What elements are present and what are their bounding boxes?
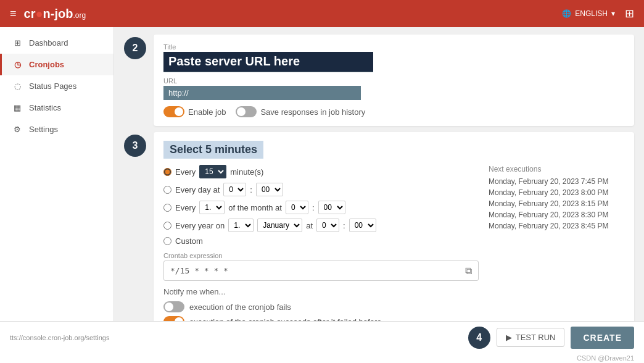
sidebar-item-label: Dashboard bbox=[29, 38, 68, 48]
globe-icon: 🌐 bbox=[562, 9, 571, 18]
step2-card: Title URL Enable job Save responses in j… bbox=[154, 35, 634, 126]
notify-toggle-0[interactable] bbox=[163, 301, 184, 312]
title-input[interactable] bbox=[163, 52, 373, 72]
every-label-2: Every bbox=[175, 203, 196, 212]
next-exec-item-4: Monday, February 20, 2023 8:45 PM bbox=[489, 222, 624, 230]
url-input[interactable] bbox=[163, 86, 361, 100]
status-pages-icon: ◌ bbox=[12, 81, 23, 91]
enable-job-label: Enable job bbox=[188, 107, 226, 117]
day-hour-select[interactable]: 0 bbox=[223, 183, 246, 196]
schedule-row-custom: Custom bbox=[163, 236, 479, 246]
save-history-toggle-label: Save responses in job history bbox=[236, 106, 365, 117]
radio-every-minutes[interactable] bbox=[163, 168, 171, 176]
sidebar-item-cronjobs[interactable]: ◷ Cronjobs bbox=[0, 54, 114, 75]
sidebar-item-status-pages[interactable]: ◌ Status Pages bbox=[0, 75, 114, 97]
every-label: Every bbox=[175, 167, 196, 177]
toggles-row: Enable job Save responses in job history bbox=[163, 106, 624, 117]
step3-card: Select 5 minutes Every 15 5 10 30 bbox=[154, 132, 634, 321]
statistics-icon: ▦ bbox=[12, 103, 23, 112]
settings-icon: ⚙ bbox=[12, 125, 23, 134]
next-exec-item-3: Monday, February 20, 2023 8:30 PM bbox=[489, 211, 624, 219]
schedule-row-year: Every year on 1. January at 0 : 00 bbox=[163, 219, 479, 232]
year-month-select[interactable]: January bbox=[257, 219, 302, 232]
test-run-button[interactable]: ▶ TEST RUN bbox=[497, 328, 565, 347]
create-label: CREATE bbox=[583, 333, 622, 343]
step4-badge: 4 bbox=[468, 327, 490, 349]
sidebar-item-settings[interactable]: ⚙ Settings bbox=[0, 119, 114, 140]
notify-label-0: execution of the cronjob fails bbox=[189, 302, 291, 312]
language-selector[interactable]: 🌐 ENGLISH ▾ bbox=[562, 9, 615, 18]
radio-every-month[interactable] bbox=[163, 204, 171, 212]
bottom-right: 4 ▶ TEST RUN CREATE bbox=[468, 327, 634, 349]
exit-icon[interactable]: ⊞ bbox=[625, 7, 634, 20]
sidebar-item-dashboard[interactable]: ⊞ Dashboard bbox=[0, 32, 114, 54]
logo: cr●n-job.org bbox=[24, 7, 86, 21]
radio-custom[interactable] bbox=[163, 237, 171, 245]
bottom-bar: tts://console.cron-job.org/settings 4 ▶ … bbox=[0, 321, 644, 353]
schedule-row-minutes: Every 15 5 10 30 minute(s) bbox=[163, 165, 479, 178]
step3-badge: 3 bbox=[124, 135, 146, 157]
next-exec-item-0: Monday, February 20, 2023 7:45 PM bbox=[489, 177, 624, 186]
main-layout: ⊞ Dashboard ◷ Cronjobs ◌ Status Pages ▦ … bbox=[0, 27, 644, 321]
notify-row-0: execution of the cronjob fails bbox=[163, 301, 624, 312]
next-executions: Next executions Monday, February 20, 202… bbox=[489, 165, 624, 281]
minutes-select[interactable]: 15 5 10 30 bbox=[199, 165, 226, 178]
minutes-label: minute(s) bbox=[230, 167, 263, 177]
sidebar-item-label: Cronjobs bbox=[29, 60, 64, 69]
schedule-content: Every 15 5 10 30 minute(s) bbox=[163, 165, 624, 281]
month-day-select[interactable]: 1. bbox=[199, 201, 225, 214]
next-exec-title: Next executions bbox=[489, 165, 624, 173]
crontab-label: Crontab expression bbox=[163, 252, 479, 259]
enable-job-toggle-label: Enable job bbox=[163, 106, 226, 117]
url-field-label: URL bbox=[163, 77, 624, 85]
crontab-box: */15 * * * * ⧉ bbox=[163, 261, 479, 281]
day-min-select[interactable]: 00 bbox=[256, 183, 283, 196]
menu-icon[interactable]: ≡ bbox=[10, 7, 17, 20]
month-hour-select[interactable]: 0 bbox=[286, 201, 308, 214]
step2-badge: 2 bbox=[124, 37, 146, 59]
every-year-label: Every year on bbox=[175, 221, 225, 230]
schedule-row-month: Every 1. of the month at 0 : 00 bbox=[163, 201, 479, 214]
notify-title: Notify me when... bbox=[163, 287, 624, 296]
step3-title: Select 5 minutes bbox=[163, 141, 263, 159]
step2-section: 2 Title URL Enable job Save responses in… bbox=[124, 35, 634, 126]
copy-icon[interactable]: ⧉ bbox=[465, 265, 472, 277]
sidebar-item-statistics[interactable]: ▦ Statistics bbox=[0, 97, 114, 119]
sidebar-item-label: Settings bbox=[29, 125, 58, 134]
notify-toggle-1[interactable] bbox=[163, 316, 184, 321]
year-min-select[interactable]: 00 bbox=[349, 219, 376, 232]
at-label: at bbox=[306, 221, 313, 230]
crontab-section: Crontab expression */15 * * * * ⧉ bbox=[163, 252, 479, 281]
every-day-label: Every day at bbox=[175, 185, 220, 194]
step3-section: 3 Select 5 minutes Every 15 5 10 bbox=[124, 132, 634, 321]
dashboard-icon: ⊞ bbox=[12, 38, 23, 48]
header: ≡ cr●n-job.org 🌐 ENGLISH ▾ ⊞ bbox=[0, 0, 644, 27]
chevron-down-icon: ▾ bbox=[611, 9, 615, 18]
footer-credit: CSDN @Draven21 bbox=[0, 353, 644, 363]
save-history-toggle[interactable] bbox=[236, 106, 257, 117]
year-hour-select[interactable]: 0 bbox=[316, 219, 339, 232]
next-exec-item-2: Monday, February 20, 2023 8:15 PM bbox=[489, 199, 624, 208]
bottom-url: tts://console.cron-job.org/settings bbox=[10, 334, 109, 341]
month-min-select[interactable]: 00 bbox=[318, 201, 345, 214]
schedule-options: Every 15 5 10 30 minute(s) bbox=[163, 165, 479, 281]
custom-label: Custom bbox=[175, 236, 203, 246]
radio-every-year[interactable] bbox=[163, 222, 171, 230]
sidebar-item-label: Statistics bbox=[29, 103, 61, 112]
schedule-row-day: Every day at 0 : 00 bbox=[163, 183, 479, 196]
next-exec-item-1: Monday, February 20, 2023 8:00 PM bbox=[489, 188, 624, 197]
sidebar-item-label: Status Pages bbox=[29, 81, 76, 91]
title-field-label: Title bbox=[163, 43, 624, 51]
test-run-label: TEST RUN bbox=[516, 333, 556, 342]
content-area: 2 Title URL Enable job Save responses in… bbox=[114, 27, 644, 321]
year-day-select[interactable]: 1. bbox=[228, 219, 254, 232]
create-button[interactable]: CREATE bbox=[571, 327, 634, 349]
crontab-value: */15 * * * * bbox=[170, 266, 228, 275]
radio-every-day[interactable] bbox=[163, 186, 171, 194]
cronjobs-icon: ◷ bbox=[12, 60, 23, 69]
play-icon: ▶ bbox=[506, 333, 512, 342]
enable-job-toggle[interactable] bbox=[163, 106, 184, 117]
of-month-label: of the month at bbox=[228, 203, 282, 212]
notify-section: Notify me when... execution of the cronj… bbox=[163, 287, 624, 321]
notify-row-1: execution of the cronjob succeeds after … bbox=[163, 316, 624, 321]
